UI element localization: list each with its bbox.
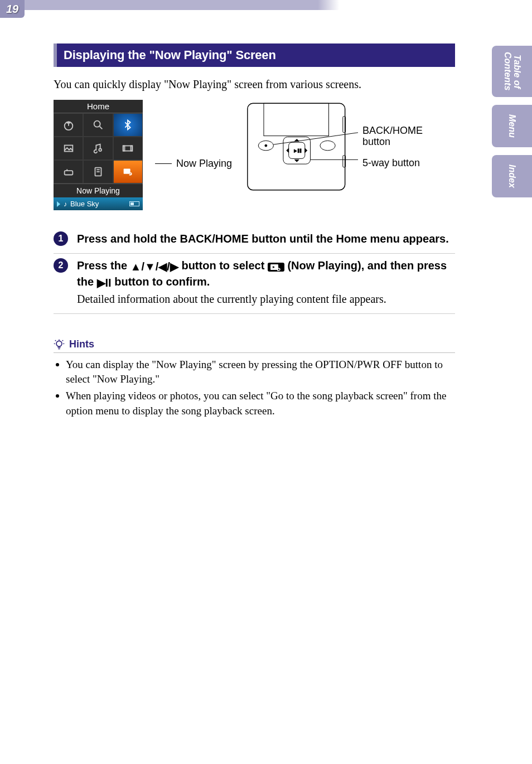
svg-point-34: [56, 341, 62, 346]
step-2: 2 Press the ▲/▼/◀/▶ button to select (No…: [54, 253, 455, 313]
device-outline-svg: [244, 100, 358, 195]
search-icon: [83, 113, 113, 137]
dpad-arrows-glyph: ▲/▼/◀/▶: [130, 259, 178, 274]
note-icon: ♪: [64, 200, 67, 208]
step-1-title: Press and hold the BACK/HOME button unti…: [77, 231, 455, 246]
now-playing-icon: [113, 160, 143, 183]
home-menu-screenshot: Home Now Playing ♪Blue Sky: [54, 100, 143, 210]
svg-rect-26: [300, 149, 301, 153]
side-tab-toc-label: Table of Contents: [502, 45, 521, 97]
steps-list: 1 Press and hold the BACK/HOME button un…: [54, 227, 455, 314]
step-2-desc: Detailed information about the currently…: [77, 292, 455, 307]
now-playing-callout: Now Playing: [155, 158, 232, 170]
home-now-playing-bar: ♪Blue Sky: [54, 197, 143, 210]
now-playing-glyph: [268, 263, 284, 272]
video-icon: [113, 137, 143, 160]
hint-item: When playing videos or photos, you can s…: [54, 389, 455, 418]
five-way-callout: 5-way button: [362, 158, 423, 169]
step-1-number: 1: [54, 231, 68, 246]
bluetooth-icon: [113, 113, 143, 137]
step-2-title: Press the ▲/▼/◀/▶ button to select (Now …: [77, 258, 455, 291]
hints-section: Hints You can display the "Now Playing" …: [54, 339, 455, 418]
play-indicator-icon: [57, 201, 60, 207]
step-2-number: 2: [54, 258, 68, 273]
home-selected-label: Now Playing: [54, 183, 143, 197]
svg-marker-13: [127, 170, 128, 172]
svg-line-2: [100, 127, 103, 129]
photo-icon: [54, 137, 83, 160]
step-1: 1 Press and hold the BACK/HOME button un…: [54, 227, 455, 253]
side-tab-index[interactable]: Index: [492, 155, 532, 197]
share-icon: [54, 113, 83, 137]
device-diagram: BACK/HOMEbutton 5-way button: [244, 100, 423, 195]
illustration-row: Home Now Playing ♪Blue Sky: [54, 100, 455, 210]
battery-icon: [129, 201, 139, 206]
svg-rect-8: [64, 171, 72, 175]
page-top-accent-fade: [318, 0, 532, 10]
side-tab-menu-label: Menu: [507, 108, 517, 144]
svg-point-4: [99, 148, 101, 151]
side-nav: Table of Contents Menu Index: [492, 46, 532, 197]
playlist-icon: [83, 160, 113, 183]
svg-rect-25: [298, 149, 299, 153]
intro-text: You can quickly display "Now Playing" sc…: [54, 77, 455, 92]
side-tab-index-label: Index: [507, 158, 517, 195]
svg-line-39: [62, 340, 63, 341]
music-icon: [83, 137, 113, 160]
svg-point-17: [265, 144, 267, 147]
section-heading: Displaying the "Now Playing" Screen: [54, 43, 455, 67]
now-playing-callout-label: Now Playing: [176, 158, 232, 170]
svg-point-1: [94, 121, 100, 127]
back-home-callout: BACK/HOMEbutton: [362, 125, 423, 148]
svg-rect-3: [64, 146, 72, 152]
svg-rect-14: [248, 103, 345, 190]
svg-rect-6: [123, 146, 125, 151]
page-top-accent: [0, 0, 318, 10]
play-pause-glyph: ▶II: [97, 275, 112, 291]
hints-label: Hints: [69, 339, 94, 350]
leader-line: [155, 163, 172, 164]
page-number-box: 19: [0, 0, 25, 18]
settings-icon: [54, 160, 83, 183]
song-title: Blue Sky: [70, 200, 99, 208]
side-tab-menu[interactable]: Menu: [492, 105, 532, 147]
hint-bulb-icon: [54, 339, 65, 350]
home-title: Home: [54, 100, 143, 113]
svg-rect-7: [131, 146, 133, 151]
side-tab-toc[interactable]: Table of Contents: [492, 46, 532, 97]
hint-item: You can display the "Now Playing" screen…: [54, 357, 455, 386]
svg-line-38: [55, 340, 56, 341]
page-number: 19: [6, 3, 18, 16]
